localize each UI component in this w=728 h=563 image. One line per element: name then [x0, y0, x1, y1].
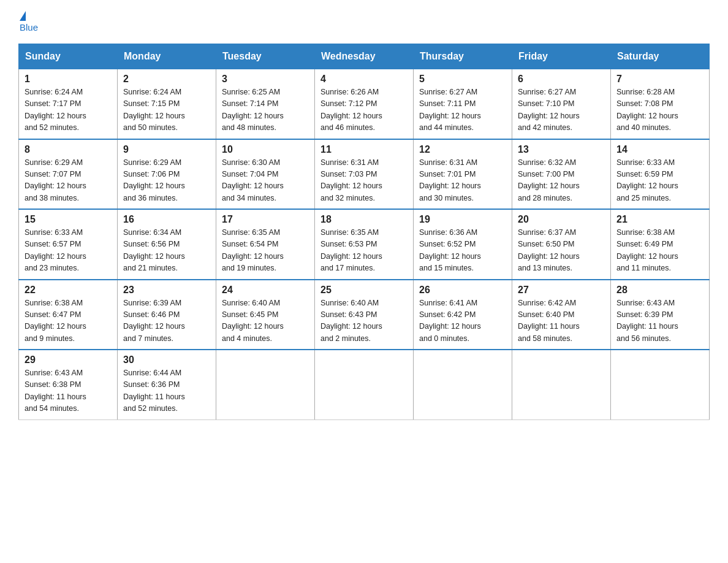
day-number: 8 — [25, 144, 112, 155]
day-number: 28 — [616, 285, 703, 296]
day-number: 1 — [25, 74, 112, 85]
day-info: Sunrise: 6:35 AMSunset: 6:53 PMDaylight:… — [320, 227, 408, 275]
day-info: Sunrise: 6:43 AMSunset: 6:38 PMDaylight:… — [25, 367, 112, 415]
day-info: Sunrise: 6:32 AMSunset: 7:00 PMDaylight:… — [518, 157, 605, 205]
day-info: Sunrise: 6:34 AMSunset: 6:56 PMDaylight:… — [123, 227, 210, 275]
day-number: 11 — [320, 144, 408, 155]
day-cell-2: 2Sunrise: 6:24 AMSunset: 7:15 PMDaylight… — [118, 69, 216, 139]
day-cell-30: 30Sunrise: 6:44 AMSunset: 6:36 PMDayligh… — [118, 350, 216, 419]
day-cell-1: 1Sunrise: 6:24 AMSunset: 7:17 PMDaylight… — [19, 69, 118, 139]
day-info: Sunrise: 6:35 AMSunset: 6:54 PMDaylight:… — [222, 227, 309, 275]
page-header: Blue — [18, 12, 710, 33]
day-info: Sunrise: 6:36 AMSunset: 6:52 PMDaylight:… — [419, 227, 506, 275]
logo-triangle-icon — [20, 11, 26, 21]
day-number: 14 — [616, 144, 703, 155]
calendar-table: SundayMondayTuesdayWednesdayThursdayFrid… — [18, 44, 710, 420]
day-info: Sunrise: 6:40 AMSunset: 6:45 PMDaylight:… — [222, 297, 309, 345]
day-cell-29: 29Sunrise: 6:43 AMSunset: 6:38 PMDayligh… — [19, 350, 118, 419]
day-info: Sunrise: 6:39 AMSunset: 6:46 PMDaylight:… — [123, 297, 210, 345]
day-cell-10: 10Sunrise: 6:30 AMSunset: 7:04 PMDayligh… — [216, 139, 315, 210]
week-row-4: 22Sunrise: 6:38 AMSunset: 6:47 PMDayligh… — [19, 280, 710, 350]
empty-cell — [611, 350, 710, 419]
day-cell-12: 12Sunrise: 6:31 AMSunset: 7:01 PMDayligh… — [414, 139, 512, 210]
day-info: Sunrise: 6:40 AMSunset: 6:43 PMDaylight:… — [320, 297, 408, 345]
day-cell-22: 22Sunrise: 6:38 AMSunset: 6:47 PMDayligh… — [19, 280, 118, 350]
day-cell-18: 18Sunrise: 6:35 AMSunset: 6:53 PMDayligh… — [315, 209, 414, 280]
day-info: Sunrise: 6:42 AMSunset: 6:40 PMDaylight:… — [518, 297, 605, 345]
day-number: 30 — [123, 354, 210, 366]
day-number: 29 — [25, 354, 112, 366]
day-cell-20: 20Sunrise: 6:37 AMSunset: 6:50 PMDayligh… — [512, 209, 611, 280]
day-number: 7 — [616, 74, 703, 85]
day-number: 6 — [518, 74, 605, 85]
day-number: 4 — [320, 74, 408, 85]
day-info: Sunrise: 6:31 AMSunset: 7:03 PMDaylight:… — [320, 157, 408, 205]
day-cell-15: 15Sunrise: 6:33 AMSunset: 6:57 PMDayligh… — [19, 209, 118, 280]
day-info: Sunrise: 6:44 AMSunset: 6:36 PMDaylight:… — [123, 367, 210, 415]
day-number: 16 — [123, 214, 210, 225]
day-number: 21 — [616, 214, 703, 225]
day-number: 2 — [123, 74, 210, 85]
day-info: Sunrise: 6:29 AMSunset: 7:06 PMDaylight:… — [123, 157, 210, 205]
day-info: Sunrise: 6:24 AMSunset: 7:17 PMDaylight:… — [25, 86, 112, 134]
day-info: Sunrise: 6:30 AMSunset: 7:04 PMDaylight:… — [222, 157, 309, 205]
day-info: Sunrise: 6:41 AMSunset: 6:42 PMDaylight:… — [419, 297, 506, 345]
week-row-2: 8Sunrise: 6:29 AMSunset: 7:07 PMDaylight… — [19, 139, 710, 210]
day-info: Sunrise: 6:26 AMSunset: 7:12 PMDaylight:… — [320, 86, 408, 134]
day-info: Sunrise: 6:38 AMSunset: 6:49 PMDaylight:… — [616, 227, 703, 275]
empty-cell — [414, 350, 512, 419]
day-number: 23 — [123, 285, 210, 296]
day-number: 20 — [518, 214, 605, 225]
day-info: Sunrise: 6:38 AMSunset: 6:47 PMDaylight:… — [25, 297, 112, 345]
day-info: Sunrise: 6:37 AMSunset: 6:50 PMDaylight:… — [518, 227, 605, 275]
header-row: SundayMondayTuesdayWednesdayThursdayFrid… — [19, 44, 710, 69]
day-header-thursday: Thursday — [414, 44, 512, 69]
day-number: 12 — [419, 144, 506, 155]
day-cell-17: 17Sunrise: 6:35 AMSunset: 6:54 PMDayligh… — [216, 209, 315, 280]
day-number: 3 — [222, 74, 309, 85]
logo-text — [18, 12, 26, 21]
day-cell-24: 24Sunrise: 6:40 AMSunset: 6:45 PMDayligh… — [216, 280, 315, 350]
day-number: 13 — [518, 144, 605, 155]
day-cell-26: 26Sunrise: 6:41 AMSunset: 6:42 PMDayligh… — [414, 280, 512, 350]
day-cell-25: 25Sunrise: 6:40 AMSunset: 6:43 PMDayligh… — [315, 280, 414, 350]
day-cell-23: 23Sunrise: 6:39 AMSunset: 6:46 PMDayligh… — [118, 280, 216, 350]
day-number: 27 — [518, 285, 605, 296]
week-row-5: 29Sunrise: 6:43 AMSunset: 6:38 PMDayligh… — [19, 350, 710, 419]
logo-blue-part — [18, 12, 26, 21]
week-row-1: 1Sunrise: 6:24 AMSunset: 7:17 PMDaylight… — [19, 69, 710, 139]
day-info: Sunrise: 6:24 AMSunset: 7:15 PMDaylight:… — [123, 86, 210, 134]
day-info: Sunrise: 6:31 AMSunset: 7:01 PMDaylight:… — [419, 157, 506, 205]
day-number: 24 — [222, 285, 309, 296]
logo: Blue — [18, 12, 38, 33]
day-info: Sunrise: 6:43 AMSunset: 6:39 PMDaylight:… — [616, 297, 703, 345]
day-number: 10 — [222, 144, 309, 155]
day-info: Sunrise: 6:25 AMSunset: 7:14 PMDaylight:… — [222, 86, 309, 134]
day-cell-28: 28Sunrise: 6:43 AMSunset: 6:39 PMDayligh… — [611, 280, 710, 350]
day-header-wednesday: Wednesday — [315, 44, 414, 69]
empty-cell — [315, 350, 414, 419]
empty-cell — [512, 350, 611, 419]
day-number: 17 — [222, 214, 309, 225]
day-cell-21: 21Sunrise: 6:38 AMSunset: 6:49 PMDayligh… — [611, 209, 710, 280]
day-info: Sunrise: 6:27 AMSunset: 7:10 PMDaylight:… — [518, 86, 605, 134]
day-header-friday: Friday — [512, 44, 611, 69]
day-cell-5: 5Sunrise: 6:27 AMSunset: 7:11 PMDaylight… — [414, 69, 512, 139]
empty-cell — [216, 350, 315, 419]
day-cell-11: 11Sunrise: 6:31 AMSunset: 7:03 PMDayligh… — [315, 139, 414, 210]
day-number: 15 — [25, 214, 112, 225]
day-number: 18 — [320, 214, 408, 225]
day-header-sunday: Sunday — [19, 44, 118, 69]
day-cell-16: 16Sunrise: 6:34 AMSunset: 6:56 PMDayligh… — [118, 209, 216, 280]
day-info: Sunrise: 6:33 AMSunset: 6:57 PMDaylight:… — [25, 227, 112, 275]
day-number: 26 — [419, 285, 506, 296]
day-cell-14: 14Sunrise: 6:33 AMSunset: 6:59 PMDayligh… — [611, 139, 710, 210]
day-cell-7: 7Sunrise: 6:28 AMSunset: 7:08 PMDaylight… — [611, 69, 710, 139]
day-number: 22 — [25, 285, 112, 296]
day-cell-6: 6Sunrise: 6:27 AMSunset: 7:10 PMDaylight… — [512, 69, 611, 139]
day-cell-4: 4Sunrise: 6:26 AMSunset: 7:12 PMDaylight… — [315, 69, 414, 139]
day-cell-3: 3Sunrise: 6:25 AMSunset: 7:14 PMDaylight… — [216, 69, 315, 139]
day-cell-9: 9Sunrise: 6:29 AMSunset: 7:06 PMDaylight… — [118, 139, 216, 210]
day-number: 25 — [320, 285, 408, 296]
day-header-tuesday: Tuesday — [216, 44, 315, 69]
